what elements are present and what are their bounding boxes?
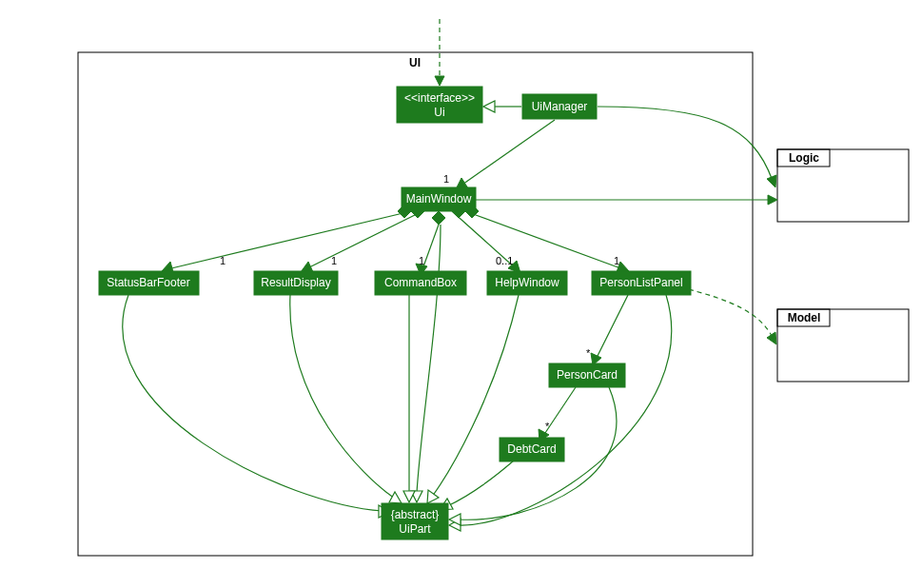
- mult-commandbox: 1: [419, 255, 424, 266]
- ui-package-frame: [78, 52, 753, 556]
- debt-card-name: DebtCard: [507, 442, 556, 456]
- mult-helpwindow: 0..1: [496, 255, 513, 266]
- ui-part-node: {abstract} UiPart: [382, 503, 448, 539]
- edge-personlist-model: [680, 287, 773, 338]
- mult-resultdisplay: 1: [331, 255, 337, 266]
- result-display-node: ResultDisplay: [254, 271, 338, 295]
- edge-plp-uipart: [459, 295, 672, 525]
- tri-cb-uipart: [403, 491, 415, 502]
- person-list-node: PersonListPanel: [592, 271, 691, 295]
- triangle-uimanager-realizes-ui: [483, 101, 495, 112]
- command-box-node: CommandBox: [375, 271, 466, 295]
- edge-sb-uipart: [123, 295, 383, 511]
- ui-package-label: UI: [409, 56, 421, 69]
- arrow-external-to-ui: [435, 76, 444, 86]
- edge-hw-uipart: [432, 295, 519, 497]
- ui-interface-stereotype: <<interface>>: [404, 91, 475, 105]
- edge-dc-uipart: [447, 461, 514, 506]
- uml-class-diagram: UI Logic Model 1 Model dashed --> 1 1: [0, 0, 922, 588]
- ui-interface-name: Ui: [434, 106, 444, 119]
- ui-part-name: UiPart: [399, 522, 431, 536]
- arrow-mainwindow-logic: [768, 195, 777, 205]
- edge-mw-statusbar: [167, 211, 411, 269]
- logic-package-label: Logic: [789, 151, 819, 165]
- person-list-name: PersonListPanel: [599, 276, 682, 289]
- ui-interface-node: <<interface>> Ui: [397, 87, 482, 123]
- main-window-name: MainWindow: [406, 192, 472, 206]
- mult-personcard: *: [586, 347, 591, 359]
- arrow-personlist-model: [767, 332, 776, 344]
- ui-manager-name: UiManager: [532, 100, 588, 113]
- person-card-node: PersonCard: [549, 363, 625, 387]
- status-bar-name: StatusBarFooter: [107, 276, 189, 289]
- person-card-name: PersonCard: [557, 368, 618, 382]
- edge-uimanager-mainwindow: [460, 120, 555, 186]
- result-display-name: ResultDisplay: [261, 276, 330, 289]
- model-package: Model: [777, 309, 909, 382]
- diamond-cb: [432, 211, 445, 225]
- edge-mw-personlist: [465, 211, 623, 269]
- ui-part-stereotype: {abstract}: [391, 508, 440, 521]
- help-window-node: HelpWindow: [487, 271, 567, 295]
- mult-mainwindow: 1: [443, 173, 449, 185]
- main-window-node: MainWindow: [402, 187, 476, 211]
- logic-package: Logic: [777, 149, 909, 222]
- command-box-name: CommandBox: [384, 276, 457, 289]
- status-bar-node: StatusBarFooter: [99, 271, 199, 295]
- edge-mw-commandbox: [422, 225, 439, 269]
- debt-card-node: DebtCard: [500, 438, 564, 461]
- model-package-label: Model: [788, 311, 821, 324]
- edge-plp-personcard: [596, 295, 628, 360]
- arrow-uimanager-logic: [767, 175, 776, 187]
- arrow-mw-statusbar: [162, 262, 173, 272]
- mult-statusbar: 1: [220, 255, 226, 266]
- ui-manager-node: UiManager: [522, 94, 597, 119]
- edge-mw-resultdisplay: [305, 211, 422, 269]
- edge-uimanager-logic: [598, 107, 773, 181]
- tri-hw-uipart: [427, 490, 439, 503]
- edge-rd-uipart: [290, 295, 395, 499]
- mult-debtcard: *: [545, 421, 550, 432]
- tri-rd-uipart: [389, 492, 402, 503]
- mult-personlist: 1: [614, 255, 619, 266]
- help-window-name: HelpWindow: [495, 276, 559, 289]
